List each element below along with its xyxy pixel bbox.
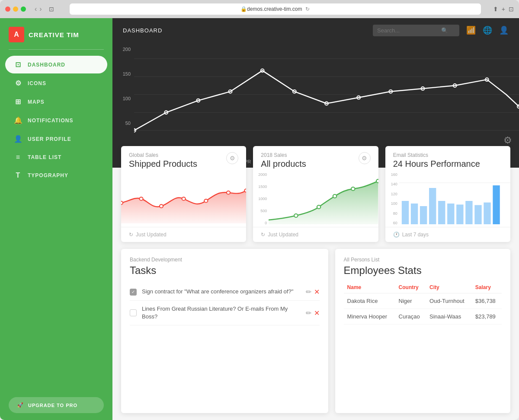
all-y-1500: 1500 bbox=[253, 185, 267, 189]
brand-logo: A bbox=[9, 27, 24, 42]
svg-rect-40 bbox=[484, 203, 490, 224]
sidebar-footer: 🚀 UPGRADE TO PRO bbox=[0, 390, 112, 420]
emp-1-salary: $36,738 bbox=[472, 293, 502, 309]
main-content: DASHBOARD 🔍 📶 🌐 👤 200 150 100 bbox=[112, 18, 519, 420]
forward-icon[interactable]: › bbox=[39, 5, 42, 13]
sidebar-item-dashboard[interactable]: ⊡ DASHBOARD bbox=[5, 56, 107, 73]
card-shipped-chart bbox=[121, 171, 246, 227]
browser-titlebar: ‹ › ⊡ 🔒 demos.creative-tim.com ↻ ⬆ + ⊡ bbox=[0, 0, 519, 18]
sidebar-item-notifications[interactable]: 🔔 NOTIFICATIONS bbox=[5, 111, 107, 129]
card-shipped-footer: ↻ Just Updated bbox=[121, 227, 246, 242]
svg-rect-33 bbox=[420, 206, 427, 224]
card-shipped-title: Shipped Products bbox=[129, 159, 197, 169]
browser-navigation: ‹ › bbox=[35, 5, 42, 13]
card-email-subtitle: Email Statistics bbox=[393, 152, 480, 158]
window-controls bbox=[5, 6, 26, 12]
card-shipped-settings-button[interactable]: ⚙ bbox=[226, 152, 238, 164]
typography-icon: T bbox=[14, 172, 22, 179]
emp-1-city: Oud-Turnhout bbox=[426, 293, 472, 309]
sidebar: A CREATIVE TIM ⊡ DASHBOARD ⚙ ICONS ⊞ MAP… bbox=[0, 18, 112, 420]
search-icon: 🔍 bbox=[441, 27, 448, 34]
search-input[interactable] bbox=[377, 27, 438, 34]
browser-window: ‹ › ⊡ 🔒 demos.creative-tim.com ↻ ⬆ + ⊡ A… bbox=[0, 0, 519, 420]
svg-rect-38 bbox=[465, 201, 472, 224]
card-email-footer: 🕐 Last 7 days bbox=[385, 227, 510, 242]
bottom-section: Backend Development Tasks Sign contract … bbox=[112, 242, 519, 420]
card-all-settings-button[interactable]: ⚙ bbox=[359, 152, 371, 164]
svg-rect-39 bbox=[474, 205, 481, 224]
dashboard-icon: ⊡ bbox=[14, 60, 22, 69]
maps-icon: ⊞ bbox=[14, 98, 22, 106]
emp-2-name: Minerva Hooper bbox=[344, 309, 395, 325]
svg-rect-31 bbox=[402, 201, 409, 224]
svg-rect-36 bbox=[447, 204, 454, 224]
svg-rect-41 bbox=[493, 185, 500, 224]
sidebar-item-typography[interactable]: T TYPOGRAPHY bbox=[5, 167, 107, 184]
svg-point-22 bbox=[204, 199, 208, 203]
minimize-button[interactable] bbox=[13, 6, 18, 12]
card-all-footer: ↻ Just Updated bbox=[253, 227, 378, 242]
main-chart-settings-icon[interactable]: ⚙ bbox=[503, 135, 512, 146]
sidebar-label-icons: ICONS bbox=[28, 80, 46, 86]
icons-icon: ⚙ bbox=[14, 79, 22, 87]
task-1-edit-icon[interactable]: ✏ bbox=[306, 288, 311, 296]
sidebar-item-user-profile[interactable]: 👤 USER PROFILE bbox=[5, 130, 107, 148]
table-row: Dakota Rice Niger Oud-Turnhout $36,738 bbox=[344, 293, 502, 309]
activity-icon[interactable]: 📶 bbox=[466, 25, 476, 35]
upgrade-button[interactable]: 🚀 UPGRADE TO PRO bbox=[9, 397, 104, 413]
chart-y-labels: 200 150 100 50 0 bbox=[112, 47, 134, 150]
sidebar-item-maps[interactable]: ⊞ MAPS bbox=[5, 93, 107, 111]
shipped-footer-text: Just Updated bbox=[136, 232, 167, 238]
page-title: DASHBOARD bbox=[123, 27, 162, 34]
task-2-edit-icon[interactable]: ✏ bbox=[306, 309, 311, 317]
table-row: Minerva Hooper Curaçao Sinaai-Waas $23,7… bbox=[344, 309, 502, 325]
sidebar-toggle-icon[interactable]: ⊡ bbox=[509, 6, 514, 13]
task-item-2: Lines From Great Russian Literature? Or … bbox=[130, 301, 320, 325]
task-1-checkbox[interactable] bbox=[130, 289, 137, 296]
employees-subtitle: All Persons List bbox=[344, 257, 502, 263]
shipped-chart-svg bbox=[121, 174, 246, 223]
back-icon[interactable]: ‹ bbox=[35, 5, 37, 13]
col-country: Country bbox=[395, 282, 426, 293]
sidebar-item-icons[interactable]: ⚙ ICONS bbox=[5, 74, 107, 92]
task-2-delete-icon[interactable]: ✕ bbox=[314, 309, 320, 317]
tasks-card: Backend Development Tasks Sign contract … bbox=[121, 249, 328, 413]
all-y-500: 500 bbox=[253, 209, 267, 213]
svg-point-21 bbox=[182, 197, 186, 200]
y-label-50: 50 bbox=[125, 121, 131, 126]
y-label-200: 200 bbox=[123, 47, 131, 52]
new-tab-icon[interactable]: + bbox=[502, 6, 505, 13]
col-salary: Salary bbox=[472, 282, 502, 293]
table-list-icon: ≡ bbox=[14, 153, 22, 161]
theme-icon[interactable]: 🌐 bbox=[483, 25, 492, 35]
close-button[interactable] bbox=[5, 6, 10, 12]
lock-icon: 🔒 bbox=[240, 6, 247, 12]
all-y-0: 0 bbox=[253, 221, 267, 225]
sidebar-label-user-profile: USER PROFILE bbox=[28, 136, 71, 142]
search-bar[interactable]: 🔍 bbox=[373, 25, 459, 36]
share-icon[interactable]: ⬆ bbox=[493, 6, 498, 13]
task-1-actions: ✏ ✕ bbox=[306, 288, 320, 296]
address-bar[interactable]: 🔒 demos.creative-tim.com ↻ bbox=[70, 3, 481, 15]
task-2-checkbox[interactable] bbox=[130, 309, 137, 316]
all-footer-icon: ↻ bbox=[261, 232, 265, 238]
employees-card: All Persons List Employees Stats Name Co… bbox=[335, 249, 510, 413]
user-profile-icon: 👤 bbox=[14, 135, 22, 143]
employees-table: Name Country City Salary Dakota Rice Nig… bbox=[344, 282, 502, 325]
user-icon[interactable]: 👤 bbox=[499, 25, 509, 35]
task-2-text: Lines From Great Russian Literature? Or … bbox=[142, 305, 301, 321]
bar-y-80: 80 bbox=[385, 211, 397, 216]
maximize-button[interactable] bbox=[21, 6, 26, 12]
sidebar-nav: ⊡ DASHBOARD ⚙ ICONS ⊞ MAPS 🔔 NOTIFICATIO… bbox=[0, 50, 112, 390]
reload-icon[interactable]: ↻ bbox=[305, 6, 310, 12]
task-1-delete-icon[interactable]: ✕ bbox=[314, 288, 320, 296]
col-city: City bbox=[426, 282, 472, 293]
shipped-footer-icon: ↻ bbox=[129, 232, 133, 238]
card-all-products: 2018 Sales All products ⚙ 2000 1500 1000… bbox=[253, 146, 378, 242]
y-label-100: 100 bbox=[123, 96, 131, 101]
card-shipped-products: Global Sales Shipped Products ⚙ bbox=[121, 146, 246, 242]
sidebar-item-table-list[interactable]: ≡ TABLE LIST bbox=[5, 149, 107, 166]
cards-section: Global Sales Shipped Products ⚙ bbox=[112, 146, 519, 242]
brand-logo-letter: A bbox=[14, 31, 19, 38]
browser-actions: ⬆ + ⊡ bbox=[493, 6, 514, 13]
